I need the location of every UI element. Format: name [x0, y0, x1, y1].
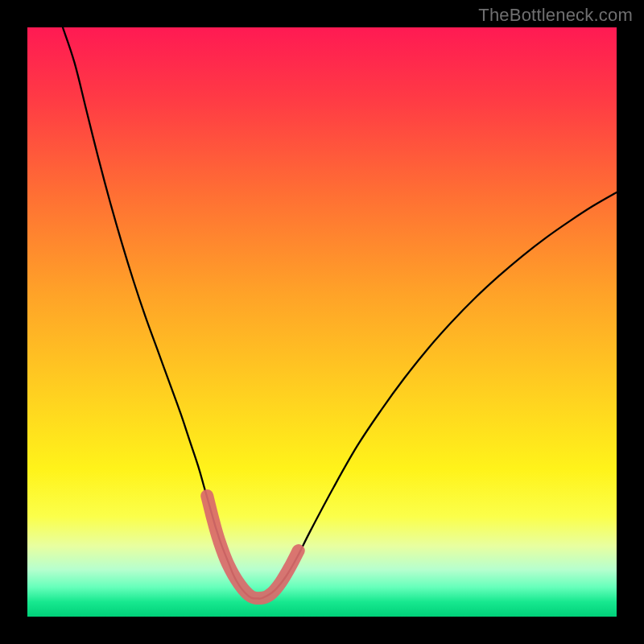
chart-frame: TheBottleneck.com: [0, 0, 644, 644]
plot-area: [27, 27, 617, 617]
watermark-text: TheBottleneck.com: [478, 5, 633, 26]
chart-svg: [27, 27, 617, 617]
gradient-background: [27, 27, 617, 617]
